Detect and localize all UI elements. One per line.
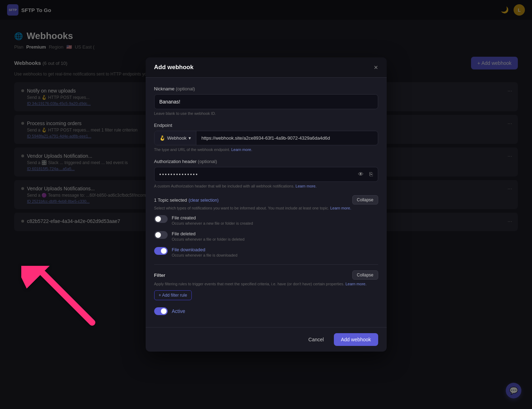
topic-item-file-deleted: File deleted Occurs whenever a file or f… [154, 231, 378, 241]
filter-title: Filter [154, 273, 166, 278]
file-deleted-info: File deleted Occurs whenever a file or f… [172, 231, 245, 241]
topics-clear-button[interactable]: (clear selection) [189, 198, 219, 203]
modal-title: Add webhook [154, 64, 194, 71]
modal-footer: Cancel Add webhook [146, 327, 387, 352]
nickname-hint: Leave blank to use the webhook ID. [154, 111, 378, 116]
add-webhook-modal: Add webhook × Nickname (optional) Leave … [146, 57, 387, 352]
file-downloaded-info: File downloaded Occurs whenever a file i… [172, 247, 237, 257]
file-deleted-toggle[interactable] [154, 231, 168, 239]
file-deleted-name: File deleted [172, 231, 245, 236]
copy-button[interactable]: ⎘ [368, 170, 374, 179]
filter-learn-link[interactable]: Learn more. [346, 282, 366, 286]
active-toggle[interactable] [154, 307, 168, 315]
topics-header: 1 Topic selected (clear selection) Colla… [154, 195, 378, 204]
cancel-button[interactable]: Cancel [303, 333, 330, 346]
topic-item-file-created: File created Occurs whenever a new file … [154, 215, 378, 225]
file-created-name: File created [172, 215, 253, 220]
auth-group: Authorization header (optional) 👁 ⎘ A cu… [154, 159, 378, 188]
auth-hint: A custom Authorization header that will … [154, 184, 378, 188]
toggle-visibility-button[interactable]: 👁 [357, 170, 365, 179]
auth-row: 👁 ⎘ [154, 167, 378, 182]
file-deleted-desc: Occurs whenever a file or folder is dele… [172, 237, 245, 241]
nickname-label: Nickname (optional) [154, 86, 378, 91]
file-downloaded-toggle[interactable] [154, 247, 168, 255]
modal-body: Nickname (optional) Leave blank to use t… [146, 78, 387, 327]
filter-header: Filter Collapse [154, 270, 378, 280]
nickname-group: Nickname (optional) Leave blank to use t… [154, 86, 378, 116]
topics-learn-link[interactable]: Learn more. [330, 206, 351, 210]
add-filter-button[interactable]: + Add filter rule [154, 290, 192, 300]
filter-desc: Apply filtering rules to trigger events … [154, 282, 378, 286]
topics-collapse-button[interactable]: Collapse [352, 195, 378, 204]
endpoint-type-icon: 🪝 [159, 135, 165, 141]
modal-close-button[interactable]: × [374, 64, 378, 71]
auth-learn-link[interactable]: Learn more. [296, 184, 317, 188]
endpoint-type-button[interactable]: 🪝 Webhook ▾ [155, 131, 197, 145]
file-created-info: File created Occurs whenever a new file … [172, 215, 253, 225]
file-created-desc: Occurs whenever a new file or folder is … [172, 221, 253, 225]
active-row: Active [154, 307, 378, 315]
active-label: Active [172, 308, 185, 314]
auth-optional: (optional) [198, 159, 217, 164]
auth-actions: 👁 ⎘ [353, 170, 378, 179]
topics-count-row: 1 Topic selected (clear selection) [154, 197, 219, 203]
topics-hint: Select which types of notifications you … [154, 206, 378, 210]
endpoint-label: Endpoint [154, 123, 378, 128]
topics-group: 1 Topic selected (clear selection) Colla… [154, 195, 378, 257]
file-downloaded-name: File downloaded [172, 247, 237, 252]
auth-label: Authorization header (optional) [154, 159, 378, 164]
filter-collapse-button[interactable]: Collapse [352, 270, 378, 280]
endpoint-row: 🪝 Webhook ▾ [154, 131, 378, 145]
endpoint-url-input[interactable] [196, 131, 377, 145]
endpoint-hint: The type and URL of the webhook endpoint… [154, 147, 378, 152]
filter-section: Filter Collapse Apply filtering rules to… [154, 264, 378, 300]
file-downloaded-desc: Occurs whenever a file is downloaded [172, 253, 237, 257]
chevron-down-icon: ▾ [189, 135, 191, 141]
nickname-optional: (optional) [176, 86, 195, 91]
topic-item-file-downloaded: File downloaded Occurs whenever a file i… [154, 247, 378, 257]
endpoint-group: Endpoint 🪝 Webhook ▾ The type and URL of… [154, 123, 378, 152]
nickname-input[interactable] [154, 94, 378, 109]
endpoint-learn-link[interactable]: Learn more. [231, 147, 252, 152]
topics-count-text: 1 Topic selected [154, 197, 187, 203]
auth-input[interactable] [155, 167, 353, 181]
endpoint-type-label: Webhook [167, 135, 187, 141]
file-created-toggle[interactable] [154, 215, 168, 223]
modal-header: Add webhook × [146, 57, 387, 78]
add-webhook-submit-button[interactable]: Add webhook [334, 333, 378, 346]
